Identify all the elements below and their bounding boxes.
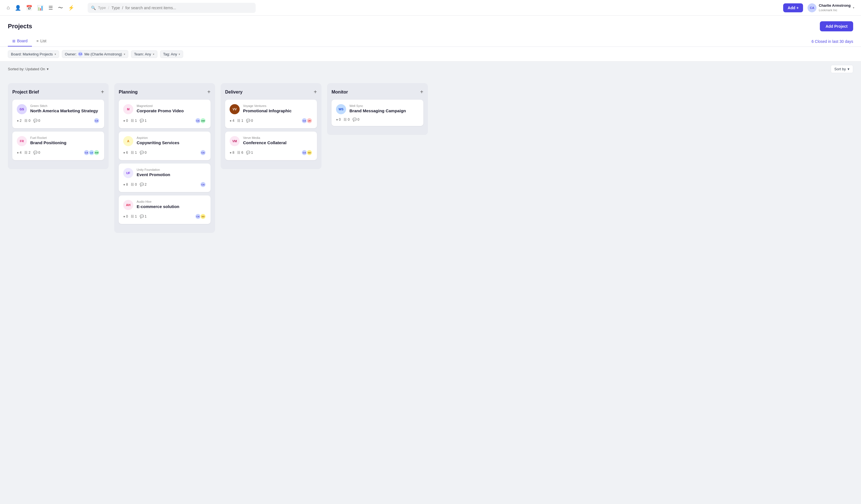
card-company: Audio Hive xyxy=(137,200,206,203)
sort-by-button[interactable]: Sort by ▾ xyxy=(831,65,853,73)
task-stat: ● 4 xyxy=(17,151,22,154)
link-icon: ⛓ xyxy=(131,182,134,187)
trend-icon[interactable]: 〜 xyxy=(58,4,63,11)
add-card-button[interactable]: + xyxy=(314,89,317,95)
card-avatar: VM xyxy=(230,136,240,146)
comment-icon: 💬 xyxy=(140,151,144,154)
task-count: 6 xyxy=(126,151,128,154)
tag-filter[interactable]: Tag: Any ▾ xyxy=(160,51,183,58)
card-avatar: A xyxy=(123,136,133,146)
home-icon[interactable]: ⌂ xyxy=(7,5,10,11)
add-card-button[interactable]: + xyxy=(101,89,104,95)
card-assignees: CAAW xyxy=(195,118,206,124)
comment-count: 0 xyxy=(145,151,147,154)
card-header: WS Well Sync Brand Messaging Campaign xyxy=(336,104,419,114)
search-input[interactable] xyxy=(111,5,252,10)
chevron-down-icon: ▾ xyxy=(848,67,849,71)
link-stat: ⛓ 0 xyxy=(131,182,137,187)
add-card-button[interactable]: + xyxy=(207,89,210,95)
chevron-down-icon: ▾ xyxy=(853,6,854,9)
card-company: Voyage Ventures xyxy=(243,104,313,108)
card-assignees: CASD xyxy=(195,213,206,219)
board-icon: ⊞ xyxy=(12,39,15,43)
board-filter[interactable]: Board: Marketing Projects ▾ xyxy=(8,51,59,58)
tab-board[interactable]: ⊞ Board xyxy=(8,36,32,46)
search-icon: 🔍 xyxy=(91,5,96,10)
card-header: A Aspirion Copywriting Services xyxy=(123,136,206,146)
page-title: Projects xyxy=(8,23,32,30)
comment-stat: 💬 0 xyxy=(246,119,253,123)
tab-list[interactable]: ≡ List xyxy=(32,36,51,46)
link-count: 1 xyxy=(135,119,137,123)
task-count: 8 xyxy=(232,151,234,154)
global-search[interactable]: 🔍 Type / xyxy=(88,3,256,13)
card-stats: ● 4 ⛓ 1 💬 0 xyxy=(230,119,253,123)
link-icon: ⛓ xyxy=(237,151,241,154)
owner-filter[interactable]: Owner: CA Me (Charlie Armstrong) ▾ xyxy=(62,50,128,58)
link-icon: ⛓ xyxy=(344,118,347,122)
calendar-icon[interactable]: 📅 xyxy=(26,5,32,11)
card-conference-collateral[interactable]: VM Verve Media Conference Collateral ● 8… xyxy=(225,132,317,160)
tag-filter-label: Tag: Any xyxy=(163,52,177,56)
comment-icon: 💬 xyxy=(246,119,250,123)
card-avatar: FR xyxy=(17,136,27,146)
link-icon: ⛓ xyxy=(131,119,134,123)
link-count: 0 xyxy=(29,119,30,123)
card-company: Verve Media xyxy=(243,136,313,139)
add-card-button[interactable]: + xyxy=(420,89,423,95)
card-title: E-commerce solution xyxy=(137,204,206,209)
card-event-promotion[interactable]: UF Unity Foundation Event Promotion ● 8 … xyxy=(119,164,210,192)
assignee-avatar: CA xyxy=(200,150,206,156)
closed-projects-link[interactable]: 6 Closed in last 30 days xyxy=(811,39,853,46)
card-north-america[interactable]: GS Green Stitch North America Marketing … xyxy=(12,100,104,128)
card-title: Brand Positioning xyxy=(30,140,100,146)
card-corporate-promo[interactable]: M Magnetized Corporate Promo Video ● 0 ⛓… xyxy=(119,100,210,128)
link-stat: ⛓ 6 xyxy=(237,151,243,154)
search-divider: / xyxy=(108,5,109,10)
link-count: 2 xyxy=(29,151,30,154)
column-delivery: Delivery + VV Voyage Ventures Promotiona… xyxy=(221,83,322,169)
card-ecommerce[interactable]: AH Audio Hive E-commerce solution ● 0 ⛓ … xyxy=(119,195,210,224)
comment-icon: 💬 xyxy=(33,151,38,154)
chevron-down-icon: ▾ xyxy=(124,53,125,56)
column-header: Monitor + xyxy=(331,89,423,95)
card-company: Aspirion xyxy=(137,136,206,139)
card-footer: ● 0 ⛓ 1 💬 1 CASD xyxy=(123,213,206,219)
card-company: Unity Foundation xyxy=(137,168,206,172)
column-planning: Planning + M Magnetized Corporate Promo … xyxy=(114,83,215,233)
card-avatar: WS xyxy=(336,104,346,114)
chart-icon[interactable]: 📊 xyxy=(37,5,43,11)
user-menu[interactable]: CA Charlie Armstrong Lookmark Inc ▾ xyxy=(807,3,854,12)
card-brand-positioning[interactable]: FR Fuel Rocket Brand Positioning ● 4 ⛓ 2 xyxy=(12,132,104,160)
card-avatar: GS xyxy=(17,104,27,114)
card-assignees: CASD xyxy=(301,150,313,156)
add-project-button[interactable]: Add Project xyxy=(820,21,853,31)
page-header: Projects Add Project ⊞ Board ≡ List 6 Cl… xyxy=(0,16,861,47)
menu-icon[interactable]: ☰ xyxy=(49,5,53,11)
card-stats: ● 0 ⛓ 0 💬 0 xyxy=(336,118,359,122)
link-count: 6 xyxy=(241,151,243,154)
comment-count: 0 xyxy=(38,119,40,123)
card-brand-messaging[interactable]: WS Well Sync Brand Messaging Campaign ● … xyxy=(331,100,423,126)
team-filter[interactable]: Team: Any ▾ xyxy=(131,51,158,58)
card-stats: ● 0 ⛓ 1 💬 1 xyxy=(123,215,147,218)
task-stat: ● 2 xyxy=(17,119,22,123)
card-company: Well Sync xyxy=(350,104,419,108)
top-navigation: ⌂ 👤 📅 📊 ☰ 〜 ⚡ 🔍 Type / Add + CA Charlie … xyxy=(0,0,861,16)
column-title: Monitor xyxy=(331,90,348,95)
task-stat: ● 4 xyxy=(230,119,234,123)
add-button[interactable]: Add + xyxy=(783,3,803,12)
column-project-brief: Project Brief + GS Green Stitch North Am… xyxy=(8,83,109,169)
card-company: Green Stitch xyxy=(30,104,100,108)
user-icon[interactable]: 👤 xyxy=(15,5,21,11)
task-count: 0 xyxy=(339,118,341,122)
link-stat: ⛓ 0 xyxy=(24,119,30,123)
card-promo-infographic[interactable]: VV Voyage Ventures Promotional Infograph… xyxy=(225,100,317,128)
sorted-by[interactable]: Sorted by: Updated On ▾ xyxy=(8,67,49,71)
bolt-icon[interactable]: ⚡ xyxy=(68,5,74,11)
link-count: 0 xyxy=(135,182,137,187)
card-copywriting[interactable]: A Aspirion Copywriting Services ● 6 ⛓ 1 xyxy=(119,132,210,160)
board-filter-label: Board: Marketing Projects xyxy=(11,52,53,56)
link-stat: ⛓ 1 xyxy=(131,119,137,123)
nav-right: Add + CA Charlie Armstrong Lookmark Inc … xyxy=(783,3,854,12)
